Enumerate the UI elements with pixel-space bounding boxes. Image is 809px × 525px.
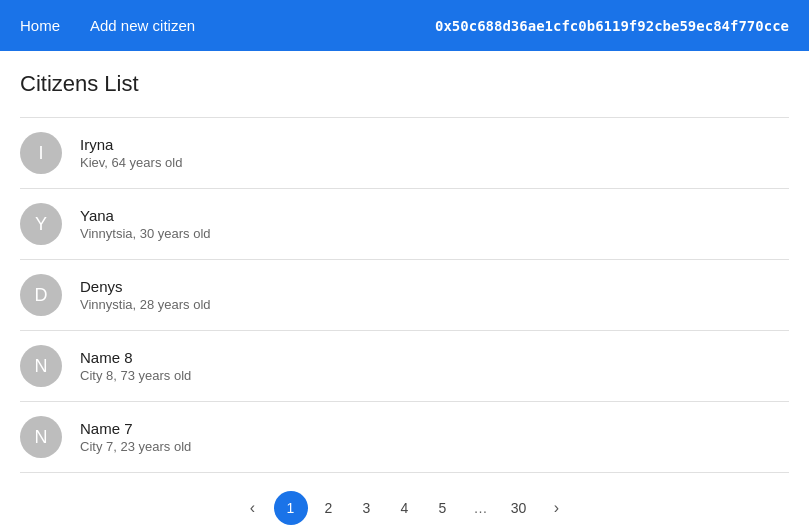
list-item[interactable]: NName 7City 7, 23 years old bbox=[20, 402, 789, 473]
pagination: ‹12345…30› bbox=[20, 473, 789, 525]
pagination-page-2[interactable]: 2 bbox=[312, 491, 346, 525]
pagination-page-3[interactable]: 3 bbox=[350, 491, 384, 525]
list-item[interactable]: YYanaVinnytsia, 30 years old bbox=[20, 189, 789, 260]
pagination-page-4[interactable]: 4 bbox=[388, 491, 422, 525]
citizen-info: DenysVinnystia, 28 years old bbox=[80, 278, 211, 312]
avatar: N bbox=[20, 345, 62, 387]
wallet-address: 0x50c688d36ae1cfc0b6119f92cbe59ec84f770c… bbox=[435, 18, 789, 34]
avatar: I bbox=[20, 132, 62, 174]
citizens-list: IIrynaKiev, 64 years oldYYanaVinnytsia, … bbox=[20, 117, 789, 473]
avatar: D bbox=[20, 274, 62, 316]
navbar: Home Add new citizen 0x50c688d36ae1cfc0b… bbox=[0, 0, 809, 51]
citizen-info: Name 7City 7, 23 years old bbox=[80, 420, 191, 454]
pagination-page-1[interactable]: 1 bbox=[274, 491, 308, 525]
nav-add-citizen[interactable]: Add new citizen bbox=[90, 17, 195, 34]
citizen-details: Kiev, 64 years old bbox=[80, 155, 182, 170]
citizen-name: Iryna bbox=[80, 136, 182, 153]
list-item[interactable]: IIrynaKiev, 64 years old bbox=[20, 118, 789, 189]
avatar: Y bbox=[20, 203, 62, 245]
citizen-name: Name 7 bbox=[80, 420, 191, 437]
pagination-prev[interactable]: ‹ bbox=[236, 491, 270, 525]
page-title: Citizens List bbox=[20, 71, 789, 97]
pagination-next[interactable]: › bbox=[540, 491, 574, 525]
main-content: Citizens List IIrynaKiev, 64 years oldYY… bbox=[0, 51, 809, 525]
list-item[interactable]: DDenysVinnystia, 28 years old bbox=[20, 260, 789, 331]
citizen-name: Yana bbox=[80, 207, 211, 224]
citizen-name: Name 8 bbox=[80, 349, 191, 366]
citizen-info: Name 8City 8, 73 years old bbox=[80, 349, 191, 383]
citizen-details: Vinnytsia, 30 years old bbox=[80, 226, 211, 241]
citizen-info: YanaVinnytsia, 30 years old bbox=[80, 207, 211, 241]
pagination-ellipsis: … bbox=[464, 491, 498, 525]
citizen-info: IrynaKiev, 64 years old bbox=[80, 136, 182, 170]
pagination-last-page[interactable]: 30 bbox=[502, 491, 536, 525]
citizen-details: City 7, 23 years old bbox=[80, 439, 191, 454]
avatar: N bbox=[20, 416, 62, 458]
citizen-details: Vinnystia, 28 years old bbox=[80, 297, 211, 312]
pagination-page-5[interactable]: 5 bbox=[426, 491, 460, 525]
nav-home[interactable]: Home bbox=[20, 17, 60, 34]
citizen-name: Denys bbox=[80, 278, 211, 295]
citizen-details: City 8, 73 years old bbox=[80, 368, 191, 383]
list-item[interactable]: NName 8City 8, 73 years old bbox=[20, 331, 789, 402]
